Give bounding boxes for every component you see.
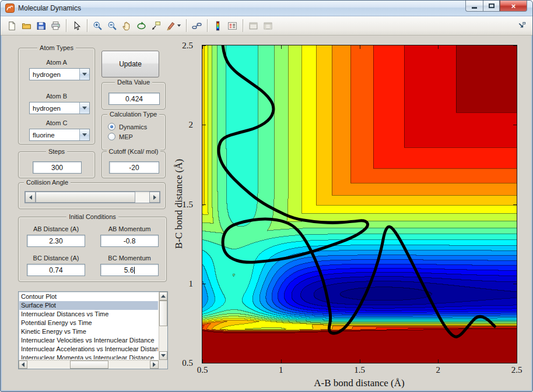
link-plots-icon[interactable] (190, 19, 204, 33)
x-tick-label: 1.5 (354, 365, 365, 375)
minimize-button[interactable] (465, 1, 483, 12)
calculation-type-panel: Calculation Type DynamicsMEP (101, 114, 166, 150)
bc-distance-field[interactable]: 0.74 (27, 264, 85, 276)
toolbar (1, 16, 532, 36)
update-button[interactable]: Update (101, 51, 159, 77)
list-item[interactable]: Internuclear Accelerations vs Internucle… (19, 345, 158, 354)
panel-title: Delta Value (102, 79, 165, 86)
steps-field[interactable]: 300 (33, 161, 82, 174)
panel-title: Steps (19, 148, 94, 155)
save-icon[interactable] (34, 19, 48, 33)
radio-label: Dynamics (119, 123, 147, 130)
vertical-scrollbar[interactable] (159, 292, 167, 360)
atom-b-dropdown[interactable]: hydrogen (29, 102, 90, 114)
ab-momentum-field[interactable]: -0.8 (100, 235, 159, 247)
chevron-down-icon (82, 133, 87, 136)
x-tick-label: 2.5 (511, 365, 523, 375)
insert-legend-icon[interactable] (225, 19, 240, 33)
close-button[interactable]: × (500, 1, 527, 12)
horizontal-scrollbar[interactable] (19, 360, 159, 369)
collision-angle-slider[interactable] (24, 191, 160, 203)
x-tick-labels: 0.511.522.5 (202, 365, 517, 376)
contour-canvas[interactable] (202, 45, 517, 363)
radio-option-dynamics[interactable]: Dynamics (108, 122, 163, 132)
cutoff-field[interactable]: -20 (109, 161, 159, 174)
dropdown-button[interactable] (79, 69, 89, 80)
ab-distance-field[interactable]: 2.30 (27, 235, 85, 247)
zoom-out-icon[interactable] (105, 19, 120, 33)
atom-c-label: Atom C (19, 119, 94, 126)
scroll-left-button[interactable] (19, 361, 27, 369)
atom-c-value: fluorine (30, 129, 79, 140)
radio-button-icon (108, 133, 115, 140)
plot-tools-off-icon[interactable] (246, 19, 261, 33)
minimize-icon (472, 7, 477, 9)
chevron-down-icon (82, 73, 87, 76)
list-item[interactable]: Internuclear Distances vs Time (19, 310, 158, 319)
plot-type-listbox: Contour PlotSurface PlotInternuclear Dis… (18, 291, 168, 369)
slider-thumb[interactable] (36, 192, 135, 203)
delta-value-field[interactable]: 0.424 (108, 93, 160, 105)
data-cursor-icon[interactable] (149, 19, 163, 33)
scroll-up-button[interactable] (159, 292, 167, 301)
new-file-icon[interactable] (5, 19, 19, 33)
zoom-in-icon[interactable] (90, 19, 105, 33)
window-title: Molecular Dynamics (18, 4, 81, 12)
open-folder-icon[interactable] (19, 19, 34, 33)
list-item[interactable]: Internuclear Momenta vs Internuclear Dis… (19, 354, 158, 359)
atom-types-panel: Atom Types Atom A hydrogen Atom B hydrog… (18, 48, 95, 144)
list-item[interactable]: Internuclear Velocities vs Internuclear … (19, 336, 158, 345)
toolbar-separator (186, 19, 187, 32)
radio-button-icon (108, 123, 115, 130)
horizontal-scroll-thumb[interactable] (70, 361, 108, 369)
arrow-right-icon (153, 195, 156, 200)
dropdown-button[interactable] (79, 129, 89, 140)
dock-figure-icon[interactable] (514, 19, 528, 33)
delta-value-panel: Delta Value 0.424 (101, 82, 166, 110)
app-icon (5, 3, 15, 13)
initial-conditions-panel: Initial Conditions AB Distance (A) AB Mo… (18, 217, 167, 282)
list-item[interactable]: Surface Plot (19, 301, 158, 310)
bc-momentum-field[interactable]: 5.6 (100, 264, 159, 276)
maximize-button[interactable] (483, 1, 500, 12)
scroll-right-button[interactable] (150, 361, 159, 369)
panel-title: Collision Angle (19, 179, 165, 186)
brush-dropdown-arrow-icon[interactable] (177, 24, 181, 27)
plot-tools-on-icon[interactable] (261, 19, 275, 33)
titlebar[interactable]: Molecular Dynamics × (1, 1, 532, 16)
plot-type-list: Contour PlotSurface PlotInternuclear Dis… (19, 292, 158, 359)
list-item[interactable]: Potential Energy vs Time (19, 319, 158, 327)
close-icon: × (511, 2, 516, 10)
brush-icon[interactable] (163, 19, 183, 33)
maximize-icon (489, 3, 495, 8)
print-icon[interactable] (48, 19, 63, 33)
main-content: Atom Types Atom A hydrogen Atom B hydrog… (1, 36, 532, 391)
calculation-type-options: DynamicsMEP (108, 122, 163, 142)
slider-right-arrow[interactable] (149, 192, 160, 203)
y-tick-label: 2 (189, 120, 194, 130)
slider-left-arrow[interactable] (25, 192, 36, 203)
pan-hand-icon[interactable] (120, 19, 134, 33)
list-item[interactable]: Contour Plot (19, 292, 158, 301)
list-item[interactable]: Kinetic Energy vs Time (19, 327, 158, 336)
radio-option-mep[interactable]: MEP (108, 132, 163, 142)
panel-title: Initial Conditions (19, 213, 166, 220)
rotate-3d-icon[interactable] (134, 19, 149, 33)
app-window: Molecular Dynamics × Atom Types Atom A h… (0, 0, 533, 392)
arrow-down-icon (161, 354, 166, 357)
y-tick-label: 0.5 (182, 358, 193, 368)
select-cursor-icon[interactable] (69, 19, 84, 33)
scroll-down-button[interactable] (159, 351, 167, 360)
toolbar-separator (243, 19, 243, 32)
vertical-scroll-thumb[interactable] (159, 301, 167, 326)
x-tick-label: 0.5 (197, 365, 208, 375)
y-tick-label: 1 (189, 278, 194, 288)
atom-a-dropdown[interactable]: hydrogen (29, 68, 90, 80)
insert-colorbar-icon[interactable] (211, 19, 225, 33)
arrow-left-icon (22, 362, 24, 367)
atom-c-dropdown[interactable]: fluorine (29, 129, 90, 141)
dropdown-button[interactable] (79, 103, 89, 114)
radio-label: MEP (119, 133, 133, 140)
panel-title: Atom Types (19, 44, 94, 51)
atom-a-label: Atom A (19, 59, 94, 66)
